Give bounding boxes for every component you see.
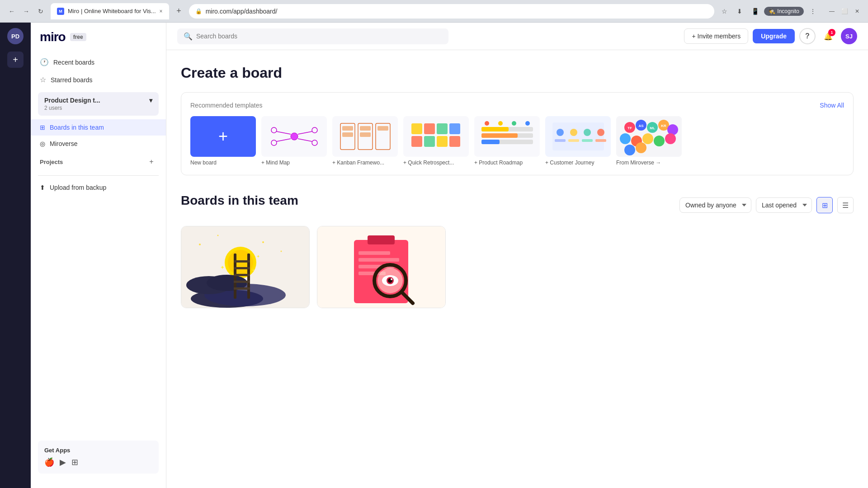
svg-rect-26 xyxy=(481,127,509,131)
tab-title: Miro | Online Whiteboard for Vis... xyxy=(68,8,156,14)
apple-icon[interactable]: 🍎 xyxy=(44,457,54,467)
svg-rect-10 xyxy=(342,126,353,131)
template-label-new-board: New board xyxy=(190,160,256,166)
templates-container: Recommended templates Show All + New boa… xyxy=(181,92,854,175)
board-card-1[interactable]: ✦ ✦ ✦ xyxy=(181,226,310,308)
template-new-board[interactable]: + New board xyxy=(190,116,256,166)
user-menu-avatar[interactable]: SJ xyxy=(841,28,857,44)
new-tab-button[interactable]: + xyxy=(173,5,185,18)
add-project-button[interactable]: + xyxy=(146,156,157,167)
maximize-button[interactable]: ⬜ xyxy=(839,6,850,17)
sidebar-item-recent-boards[interactable]: 🕐 Recent boards xyxy=(31,53,166,71)
svg-point-34 xyxy=(525,121,530,126)
favicon-icon: M xyxy=(57,8,64,15)
download-icon[interactable]: ⬇ xyxy=(733,5,746,18)
boards-icon: ⊞ xyxy=(40,124,45,131)
template-miroverse[interactable]: TF AS ML KR From Miroverse → xyxy=(616,116,682,166)
svg-rect-22 xyxy=(424,136,435,147)
grid-view-button[interactable]: ⊞ xyxy=(816,197,833,213)
template-label-miroverse: From Miroverse → xyxy=(616,160,682,166)
incognito-badge: 🕵 Incognito xyxy=(764,7,804,16)
svg-point-63 xyxy=(199,244,201,245)
svg-rect-11 xyxy=(342,132,353,137)
close-button[interactable]: ✕ xyxy=(852,6,863,17)
templates-grid: + New board xyxy=(190,116,844,166)
board-card-2[interactable] xyxy=(317,226,446,308)
free-badge: free xyxy=(70,33,86,41)
svg-point-56 xyxy=(636,142,646,153)
boards-filters: Owned by anyone Last opened ⊞ ☰ xyxy=(679,197,854,213)
template-product-roadmap[interactable]: + Product Roadmap xyxy=(474,116,540,166)
upgrade-button[interactable]: Upgrade xyxy=(753,29,795,43)
svg-point-32 xyxy=(498,121,503,126)
reload-button[interactable]: ↻ xyxy=(34,5,47,18)
sidebar-item-boards-in-team[interactable]: ⊞ Boards in this team xyxy=(31,119,166,136)
board-thumbnail-2 xyxy=(317,226,445,308)
play-store-icon[interactable]: ▶ xyxy=(60,457,66,467)
upload-label: Upload from backup xyxy=(50,184,106,191)
owner-filter-select[interactable]: Owned by anyone xyxy=(679,197,751,213)
invite-members-button[interactable]: + Invite members xyxy=(684,28,748,44)
svg-rect-24 xyxy=(449,136,460,147)
svg-rect-30 xyxy=(481,140,500,144)
sidebar: miro free 🕐 Recent boards ☆ Starred boar… xyxy=(31,23,166,488)
mind-map-thumbnail xyxy=(261,116,327,157)
svg-point-65 xyxy=(262,241,264,243)
tab-close-button[interactable]: × xyxy=(160,8,163,14)
search-input[interactable] xyxy=(196,33,442,40)
forward-button[interactable]: → xyxy=(20,5,33,18)
retro-svg xyxy=(407,119,466,154)
header-actions: + Invite members Upgrade ? 🔔 1 SJ xyxy=(684,28,857,44)
svg-point-52 xyxy=(642,133,653,144)
sidebar-item-miroverse[interactable]: ◎ Miroverse xyxy=(31,136,166,152)
bookmark-icon[interactable]: ☆ xyxy=(718,5,731,18)
svg-point-93 xyxy=(391,278,392,280)
customer-journey-svg xyxy=(549,119,608,154)
template-kanban[interactable]: + Kanban Framewo... xyxy=(332,116,398,166)
team-selector[interactable]: Product Design t... ▾ 2 users xyxy=(38,92,159,116)
user-avatar-icon[interactable]: PD xyxy=(7,28,24,44)
get-apps-section: Get Apps 🍎 ▶ ⊞ xyxy=(38,441,159,474)
boards-grid: ✦ ✦ ✦ xyxy=(181,226,854,308)
svg-rect-77 xyxy=(234,287,250,290)
window-controls: — ⬜ ✕ xyxy=(826,6,863,17)
template-mind-map[interactable]: + Mind Map xyxy=(261,116,327,166)
template-quick-retro[interactable]: + Quick Retrospect... xyxy=(403,116,469,166)
browser-tab[interactable]: M Miro | Online Whiteboard for Vis... × xyxy=(51,3,169,19)
template-label-product-roadmap: + Product Roadmap xyxy=(474,160,540,166)
svg-rect-20 xyxy=(449,123,460,134)
template-label-quick-retro: + Quick Retrospect... xyxy=(403,160,469,166)
notifications-button[interactable]: 🔔 1 xyxy=(820,28,836,44)
svg-rect-74 xyxy=(234,267,250,269)
list-view-button[interactable]: ☰ xyxy=(837,197,854,213)
svg-point-2 xyxy=(312,127,317,133)
svg-line-6 xyxy=(298,131,312,134)
incognito-icon: 🕵 xyxy=(769,8,775,14)
miroverse-svg: TF AS ML KR xyxy=(616,116,682,157)
url-text: miro.com/app/dashboard/ xyxy=(206,8,278,15)
menu-icon[interactable]: ⋮ xyxy=(807,5,819,18)
sort-filter-select[interactable]: Last opened xyxy=(756,197,812,213)
minimize-button[interactable]: — xyxy=(826,6,837,17)
kanban-svg xyxy=(336,119,395,154)
svg-text:✦: ✦ xyxy=(256,254,260,259)
help-button[interactable]: ? xyxy=(799,28,816,44)
board-illustration-magnifier xyxy=(318,226,444,308)
svg-point-38 xyxy=(584,129,591,136)
search-bar[interactable]: 🔍 xyxy=(177,28,448,44)
device-icon[interactable]: 📱 xyxy=(749,5,761,18)
template-customer-journey[interactable]: + Customer Journey xyxy=(545,116,611,166)
windows-icon[interactable]: ⊞ xyxy=(71,457,78,467)
add-workspace-button[interactable]: + xyxy=(7,52,24,68)
show-all-link[interactable]: Show All xyxy=(820,102,844,109)
get-apps-title: Get Apps xyxy=(44,447,152,454)
upload-from-backup-item[interactable]: ⬆ Upload from backup xyxy=(31,179,166,196)
svg-rect-16 xyxy=(377,126,388,131)
template-label-customer-journey: + Customer Journey xyxy=(545,160,611,166)
address-bar[interactable]: 🔒 miro.com/app/dashboard/ xyxy=(189,4,715,19)
svg-rect-73 xyxy=(234,260,250,263)
sidebar-item-starred-boards[interactable]: ☆ Starred boards xyxy=(31,71,166,89)
back-button[interactable]: ← xyxy=(5,5,18,18)
templates-header: Recommended templates Show All xyxy=(190,102,844,109)
svg-rect-83 xyxy=(359,251,390,255)
